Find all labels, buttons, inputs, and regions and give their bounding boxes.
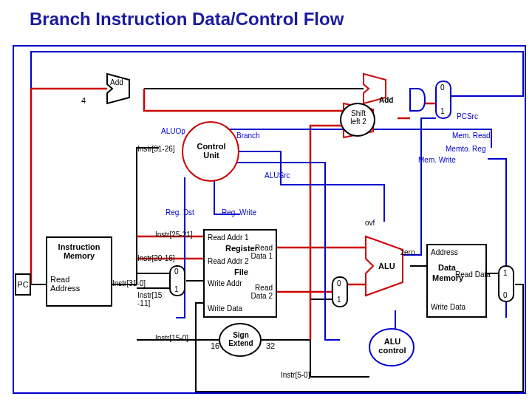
port-write-data: Write Data (208, 304, 242, 313)
control-unit-label: Control Unit (194, 142, 228, 160)
alusrc-mux-1: 1 (337, 296, 341, 304)
dm-label1: Data (438, 263, 456, 272)
alu-label: ALU (378, 262, 395, 270)
signal-memwrite: Mem. Write (418, 156, 456, 164)
pc-label: PC (17, 280, 28, 289)
dm-write-data: Write Data (431, 303, 466, 311)
alu-zero: zero (400, 248, 415, 256)
instr-25-21: Instr[25-21] (155, 231, 193, 239)
instruction-memory-block: Instruction Memory Read Address (46, 236, 112, 307)
dm-read-data: Read Data (455, 270, 491, 279)
bitwidth-32: 32 (266, 341, 275, 350)
signal-branch: Branch (236, 132, 260, 140)
signal-memtoreg: Memto. Reg (446, 145, 485, 153)
read-address-label: Read Address (50, 275, 80, 293)
port-read-addr2: Read Addr 2 (208, 257, 249, 265)
instr-15-0: Instr[15-0] (155, 334, 188, 342)
add1-label: Add (110, 78, 123, 86)
pc-block: PC (15, 273, 31, 296)
add2-label: Add (379, 96, 393, 104)
port-write-addr: Write Addr (208, 279, 242, 287)
instr-15-11: Instr[15 -11] (137, 291, 162, 307)
diagram-title: Branch Instruction Data/Control Flow (30, 9, 344, 30)
regdst-mux-0: 0 (174, 267, 179, 276)
register-file-block: Read Addr 1 Read Data 1 Register Read Ad… (203, 229, 277, 318)
pcmux-0: 0 (440, 83, 445, 92)
alu-control-label: ALU control (378, 337, 406, 355)
instr-31-0: Instr[31-0] (112, 279, 146, 287)
bitwidth-16: 16 (211, 341, 219, 350)
signal-alusrc: ALUSrc (265, 171, 290, 180)
sign-extend-label: Sign Extend (228, 331, 253, 347)
alu-ovf: ovf (365, 219, 375, 227)
pcmux-1: 1 (440, 107, 445, 115)
memtoreg-mux-1: 1 (503, 269, 508, 277)
instr-mem-label1: Instruction (50, 242, 108, 251)
dm-address: Address (431, 248, 458, 256)
alusrc-mux-0: 0 (337, 279, 341, 287)
const4-label: 4 (81, 96, 86, 105)
instr-20-16: Instr[20-16] (137, 254, 175, 262)
data-memory-block: Address Data Memory Write Data (426, 244, 487, 318)
instr-mem-label2: Memory (50, 251, 108, 260)
shift-left-label: Shift left 2 (347, 109, 369, 126)
regfile-label1: Register (225, 244, 258, 253)
instr-5-0: Instr[5-0] (281, 371, 310, 379)
port-read-addr1: Read Addr 1 (208, 233, 249, 242)
signal-pcsrc: PCSrc (457, 112, 478, 120)
instr-31-26: Instr[31-26] (137, 145, 175, 153)
signal-memread: Mem. Read (452, 132, 491, 140)
memtoreg-mux-0: 0 (503, 291, 508, 299)
regfile-label2: File (234, 267, 248, 276)
signal-regdst: Reg. Dst (166, 208, 194, 216)
port-read-data2: Read Data 2 (251, 284, 273, 300)
regdst-mux-1: 1 (174, 285, 179, 293)
signal-aluop: ALUOp (161, 127, 185, 135)
signal-regwrite: Reg. Write (222, 208, 256, 216)
